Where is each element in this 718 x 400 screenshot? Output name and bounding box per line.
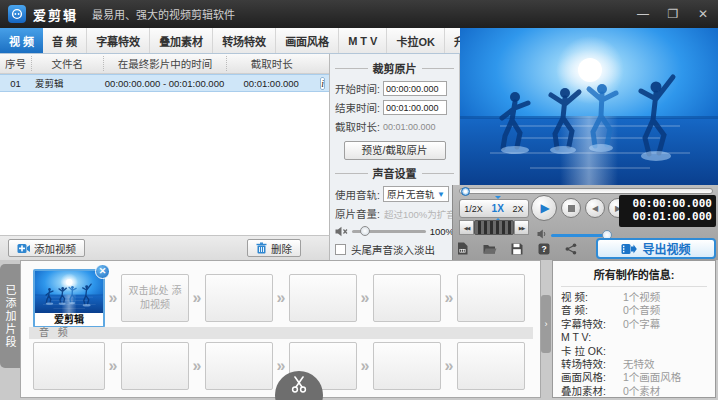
jog-wheel[interactable] (474, 220, 514, 235)
play-icon: ▶ (540, 201, 549, 215)
export-video-button[interactable]: 导出视频 (596, 238, 716, 259)
empty-audio-slot[interactable] (373, 342, 441, 390)
stop-button[interactable] (561, 198, 581, 218)
col-time-range: 在最终影片中的时间 (103, 56, 227, 71)
empty-audio-slot[interactable] (457, 342, 525, 390)
info-label: 画面风格: (561, 371, 623, 384)
audio-track-value: 原片无音轨 (387, 187, 435, 201)
timeline-clip[interactable]: 爱剪辑 ✕ (33, 269, 105, 328)
delete-button[interactable]: 删除 (247, 239, 301, 257)
clip-info-icon[interactable]: i (320, 77, 325, 90)
total-time: 00:01:00.000 (623, 210, 712, 223)
prev-frame-button[interactable]: ◀ (585, 198, 605, 218)
preview-capture-button[interactable]: 预览/截取原片 (344, 141, 446, 160)
video-preview[interactable] (460, 28, 718, 185)
start-time-input[interactable] (383, 81, 447, 96)
close-button[interactable]: ✕ (696, 7, 710, 21)
trim-section-title: 裁剪原片 (335, 60, 454, 76)
info-label: 转场特效: (561, 358, 623, 371)
clip-table: 序号 文件名 在最终影片中的时间 截取时长 01 爱剪辑 00:00:00.00… (0, 54, 330, 235)
col-filename: 文件名 (31, 56, 103, 71)
empty-audio-slot[interactable] (33, 342, 105, 390)
info-label: 叠加素材: (561, 385, 623, 398)
timeline-content: 爱剪辑 ✕ » 双击此处 添加视频 » » » » 音 频 » » (20, 260, 541, 398)
info-value: 0个字幕 (623, 318, 660, 331)
prev-frame-icon: ◀ (592, 204, 598, 213)
table-row[interactable]: 01 爱剪辑 00:00:00.000 - 00:01:00.000 00:01… (0, 74, 329, 92)
speed-1x[interactable]: 1X (492, 203, 504, 214)
clip-close-icon[interactable]: ✕ (95, 264, 110, 279)
row-duration: 00:01:00.000 (226, 78, 316, 89)
add-video-button[interactable]: 添加视频 (8, 239, 85, 257)
info-value: 1个画面风格 (623, 371, 681, 384)
seek-knob[interactable] (461, 187, 470, 196)
tab-karaoke[interactable]: 卡拉OK (387, 28, 445, 53)
col-index: 序号 (0, 56, 31, 71)
play-button[interactable]: ▶ (531, 195, 557, 221)
panel-collapse-handle[interactable]: › (541, 295, 551, 353)
info-value: 1个视频 (623, 291, 660, 304)
audio-track-label: 音 频 (29, 327, 533, 339)
volume-label: 原片音量: (335, 206, 380, 221)
empty-clip-slot[interactable] (205, 274, 273, 322)
capture-duration-value: 00:01:00.000 (383, 122, 436, 132)
chevron-separator: » (273, 289, 289, 307)
open-folder-icon[interactable] (482, 241, 497, 256)
seek-bar[interactable] (459, 188, 713, 194)
volume-percent: 100% (430, 226, 454, 237)
export-icon (621, 243, 637, 255)
tab-overlay-material[interactable]: 叠加素材 (150, 28, 213, 53)
player-speaker-icon[interactable] (537, 229, 548, 239)
start-time-label: 开始时间: (335, 81, 380, 96)
add-clip-placeholder[interactable]: 双击此处 添加视频 (121, 274, 189, 322)
player-volume-slider[interactable] (551, 234, 609, 237)
jog-rewind-button[interactable]: ◀◀ (459, 220, 474, 235)
clip-table-header: 序号 文件名 在最终影片中的时间 截取时长 (0, 54, 329, 74)
info-label: 卡 拉 OK: (561, 345, 623, 358)
empty-clip-slot[interactable] (373, 274, 441, 322)
help-icon[interactable]: ? (536, 241, 551, 256)
preview-frame-image (460, 28, 718, 185)
jog-forward-button[interactable]: ▶▶ (514, 220, 529, 235)
time-display: 00:00:00.000 00:01:00.000 (619, 195, 716, 227)
end-time-input[interactable] (383, 100, 447, 115)
empty-clip-slot[interactable] (457, 274, 525, 322)
minimize-button[interactable]: — (636, 7, 650, 21)
tab-video[interactable]: 视 频 (0, 28, 43, 53)
info-value: 0个素材 (623, 385, 660, 398)
speed-2x[interactable]: 2X (513, 204, 524, 214)
save-icon[interactable] (509, 241, 524, 256)
tab-audio[interactable]: 音 频 (43, 28, 87, 53)
empty-audio-slot[interactable] (121, 342, 189, 390)
scissors-icon (290, 376, 308, 394)
capture-duration-label: 截取时长: (335, 119, 380, 134)
video-track: 爱剪辑 ✕ » 双击此处 添加视频 » » » » (33, 267, 525, 329)
edit-panel: 裁剪原片 开始时间: 结束时间: 截取时长: 00:01:00.000 预览/截… (330, 54, 460, 260)
info-value: 0个音频 (623, 304, 660, 317)
empty-clip-slot[interactable] (289, 274, 357, 322)
audio-track-label: 使用音轨: (335, 187, 380, 202)
end-time-label: 结束时间: (335, 100, 380, 115)
mute-speaker-icon[interactable] (335, 226, 348, 237)
maximize-button[interactable]: ❐ (666, 7, 680, 21)
timeline-section: 爱剪辑 ✕ » 双击此处 添加视频 » » » » 音 频 » » (0, 260, 718, 400)
new-project-icon[interactable] (455, 241, 470, 256)
share-icon[interactable] (563, 241, 578, 256)
tab-mtv[interactable]: M T V (339, 28, 387, 53)
speed-control[interactable]: 1/2X 1X 2X (459, 199, 529, 218)
audio-track-select[interactable]: 原片无音轨 ▼ (383, 186, 449, 202)
speed-half[interactable]: 1/2X (464, 204, 483, 214)
volume-slider-knob[interactable] (360, 226, 370, 236)
main-tab-bar: 视 频 音 频 字幕特效 叠加素材 转场特效 画面风格 M T V 卡拉OK 升… (0, 28, 460, 54)
volume-hint: 超过100%为扩音 (384, 207, 456, 221)
app-window: 爱剪辑 最易用、强大的视频剪辑软件 — ❐ ✕ 视 频 音 频 字幕特效 叠加素… (0, 0, 718, 400)
added-clips-tab[interactable]: 已添加片段 (0, 264, 20, 368)
tab-subtitle-fx[interactable]: 字幕特效 (87, 28, 150, 53)
tab-picture-style[interactable]: 画面风格 (276, 28, 339, 53)
info-label: 字幕特效: (561, 318, 623, 331)
volume-slider[interactable] (352, 230, 426, 233)
fade-label: 头尾声音淡入淡出 (351, 242, 435, 257)
tab-transition-fx[interactable]: 转场特效 (213, 28, 276, 53)
fade-checkbox[interactable] (335, 244, 346, 255)
empty-audio-slot[interactable] (205, 342, 273, 390)
